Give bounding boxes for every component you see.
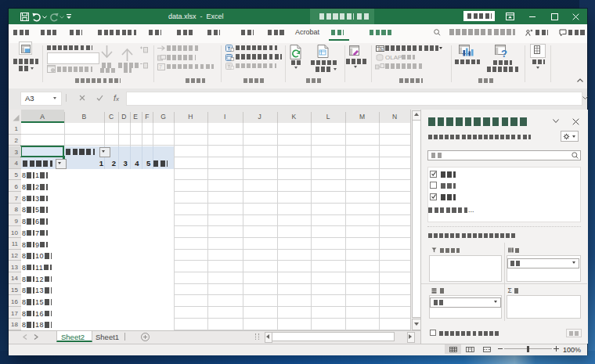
svg-text:7: 7 bbox=[159, 64, 162, 70]
svg-text:fx: fx bbox=[380, 46, 384, 51]
svg-text:?: ? bbox=[501, 47, 507, 57]
